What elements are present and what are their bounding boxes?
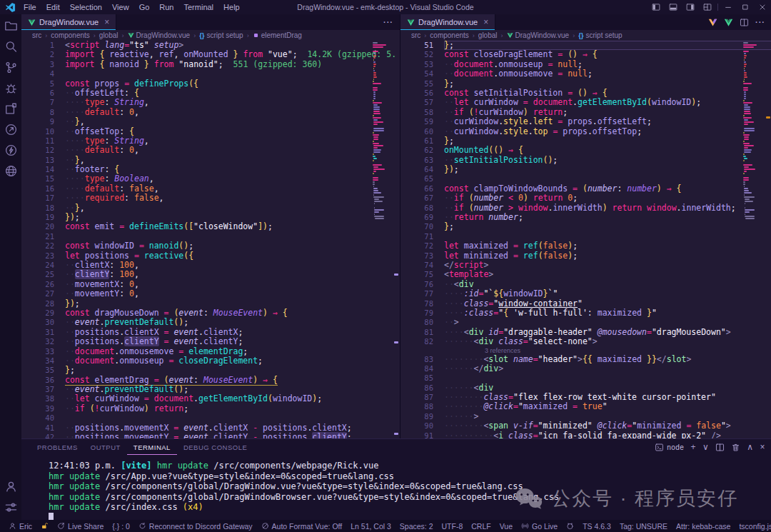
breadcrumb-item-elementdrag[interactable]: elementDrag <box>253 31 302 39</box>
breadcrumb-item-dragwindow-vue[interactable]: DragWindow.vue <box>507 31 570 39</box>
code-line[interactable]: 68··if (number > window.innerWidth) retu… <box>400 204 771 213</box>
code-line[interactable]: 42··positions.movementY = event.clientY … <box>21 433 400 438</box>
code-line[interactable]: 89······> <box>400 412 771 421</box>
toggle-secondary-sidebar-button[interactable] <box>682 0 699 14</box>
sidebar-item-run-debug[interactable] <box>4 81 18 95</box>
code-line[interactable]: 10··offsetTop: { <box>21 127 400 136</box>
accounts-button[interactable] <box>4 480 18 493</box>
status-workspace-trust[interactable] <box>36 520 53 532</box>
minimize-button[interactable] <box>720 0 737 14</box>
code-line[interactable]: 63··setInitialPosition(); <box>400 156 771 165</box>
status-go-live[interactable]: Go Live <box>517 520 562 532</box>
code-line[interactable]: 13··}, <box>21 156 400 165</box>
vue-preview-icon[interactable] <box>724 18 733 27</box>
breadcrumb-item-src[interactable]: src <box>411 31 420 39</box>
terminal-list[interactable]: node <box>655 443 684 452</box>
minimap[interactable] <box>373 42 391 220</box>
code-line[interactable]: 53··document.onmouseup = null; <box>400 60 771 69</box>
code-line[interactable]: 55}; <box>400 79 771 89</box>
code-line[interactable]: 41··positions.movementX = event.clientX … <box>21 423 400 433</box>
code-line[interactable]: 57··let curWindow = document.getElementB… <box>400 98 771 107</box>
code-line[interactable]: 69··return number; <box>400 213 771 222</box>
status-tsconfig[interactable]: tsconfig.json <box>735 520 771 532</box>
code-line[interactable]: 84······</div> <box>400 364 771 373</box>
sidebar-item-search[interactable] <box>4 40 18 54</box>
terminal-dropdown-icon[interactable]: ∨ <box>702 442 709 452</box>
panel-tab-debug-console[interactable]: DEBUG CONSOLE <box>177 439 253 455</box>
code-line[interactable]: 15····type: Boolean, <box>21 174 400 184</box>
code-line[interactable]: 22const windowID = nanoid(); <box>21 241 400 251</box>
sidebar-item-thunder-client[interactable] <box>4 144 18 157</box>
code-line[interactable]: 51}; <box>400 41 771 50</box>
code-line[interactable]: 87········class="flex flex-row text-whit… <box>400 393 771 402</box>
code-line[interactable]: 14··footer: { <box>21 165 400 174</box>
sidebar-item-live-share[interactable] <box>4 123 18 136</box>
close-panel-icon[interactable]: × <box>760 442 765 452</box>
code-line[interactable]: 70}; <box>400 222 771 231</box>
toggle-panel-button[interactable] <box>665 0 682 14</box>
code-line[interactable]: 33··document.onmousemove = elementDrag; <box>21 347 400 356</box>
code-line[interactable]: 59··curWindow.style.left = props.offsetL… <box>400 117 771 126</box>
kill-terminal[interactable] <box>731 443 740 452</box>
code-line[interactable]: 12····default: 0, <box>21 146 400 155</box>
volar-action-icon[interactable] <box>708 18 717 27</box>
code-line[interactable]: 5const props = defineProps({ <box>21 79 400 89</box>
tab-close-icon[interactable]: × <box>483 18 488 26</box>
code-line[interactable]: 60··curWindow.style.top = props.offsetTo… <box>400 127 771 136</box>
code-line[interactable]: 73let minimized = ref(false); <box>400 251 771 261</box>
status-attr-case[interactable]: Attr: kebab-case <box>672 520 735 532</box>
code-line[interactable]: 36const elementDrag = (event: MouseEvent… <box>21 376 400 385</box>
code-line[interactable]: 9··}, <box>21 117 400 126</box>
sidebar-item-globe-extension[interactable] <box>4 164 18 178</box>
status-cursor-position[interactable]: Ln 51, Col 3 <box>346 520 395 532</box>
status-github[interactable] <box>562 520 578 532</box>
settings-button[interactable] <box>4 501 18 514</box>
code-line[interactable]: 8····default: 0, <box>21 108 400 117</box>
menu-run[interactable]: Run <box>154 3 178 11</box>
code-line[interactable]: 19}); <box>21 213 400 222</box>
minimap[interactable] <box>743 42 762 220</box>
breadcrumb-item-components[interactable]: components <box>51 31 89 39</box>
breadcrumb-item-global[interactable]: global <box>99 31 119 39</box>
panel-tab-output[interactable]: OUTPUT <box>84 439 127 455</box>
toggle-primary-sidebar-button[interactable] <box>647 0 665 14</box>
code-line[interactable]: 24··clientX: 100, <box>21 261 400 270</box>
panel-tab-terminal[interactable]: TERMINAL <box>127 439 177 455</box>
status-eol[interactable]: CRLF <box>467 520 495 532</box>
code-line[interactable]: 25··clientY: 100, <box>21 270 400 279</box>
tab-dragwindow-vue[interactable]: DragWindow.vue× <box>400 14 495 30</box>
code-line[interactable]: 90········<span v-if="minimized" @click=… <box>400 421 771 431</box>
code-line[interactable]: 80··> <box>400 318 771 327</box>
status-account-eric[interactable]: Eric <box>4 520 36 532</box>
breadcrumb-item-components[interactable]: components <box>430 31 468 39</box>
status-language-mode[interactable]: Vue <box>495 520 517 532</box>
sidebar-item-extensions[interactable] <box>4 102 18 116</box>
tab-dragwindow-vue[interactable]: DragWindow.vue× <box>21 14 116 30</box>
status-live-share[interactable]: Live Share <box>53 520 108 532</box>
code-line[interactable]: 75<template> <box>400 270 771 279</box>
breadcrumb-item-script-setup[interactable]: {}script setup <box>578 31 623 39</box>
breadcrumb-item-global[interactable]: global <box>478 31 498 39</box>
status-error-count[interactable]: {.} : 0 <box>108 520 134 532</box>
code-line[interactable]: 7····type: String, <box>21 98 400 107</box>
code-line[interactable]: 64}); <box>400 165 771 174</box>
maximize-panel-icon[interactable]: ∧ <box>747 442 753 452</box>
code-line[interactable]: 31··positions.clientX = event.clientX; <box>21 328 400 337</box>
code-line[interactable]: 85 <box>400 373 771 383</box>
code-line[interactable]: 16····default: false, <box>21 184 400 194</box>
menu-file[interactable]: File <box>19 3 41 11</box>
code-line[interactable]: 81····<div id="draggable-header" @moused… <box>400 328 771 337</box>
code-line[interactable]: 21 <box>21 232 400 241</box>
code-line[interactable]: 29const dragMouseDown = (event: MouseEve… <box>21 308 400 318</box>
new-terminal-icon[interactable]: + <box>690 442 696 452</box>
code-line[interactable]: 52const closeDragElement = () ⇒ { <box>400 50 771 59</box>
menu-edit[interactable]: Edit <box>41 3 65 11</box>
customize-layout-button[interactable] <box>699 0 716 14</box>
status-auto-format[interactable]: Auto Format Vue: Off <box>257 520 347 532</box>
menu-view[interactable]: View <box>107 3 134 11</box>
status-typescript-version[interactable]: TS 4.6.3 <box>578 520 615 532</box>
code-line[interactable]: 83········<slot name="header">{{ maximiz… <box>400 355 771 364</box>
sidebar-item-source-control[interactable] <box>4 61 18 74</box>
more-actions-icon[interactable]: ··· <box>755 18 765 26</box>
code-line[interactable]: 1<script lang="ts" setup> <box>21 41 400 50</box>
